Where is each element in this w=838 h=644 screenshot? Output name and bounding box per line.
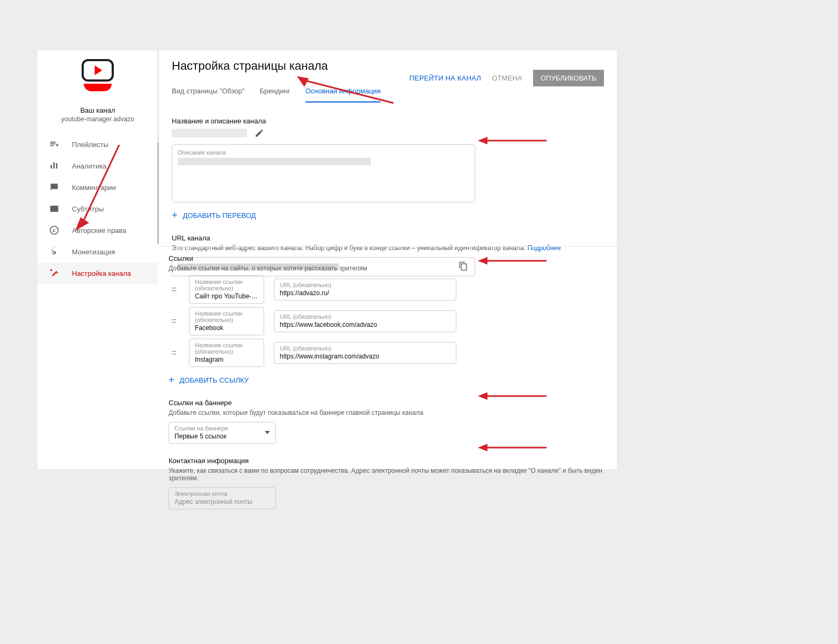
sidebar-nav: Плейлисты Аналитика Комментарии Субтитры… — [38, 134, 158, 284]
contact-section: Контактная информация Укажите, как связа… — [169, 457, 604, 509]
plus-icon: + — [169, 375, 174, 386]
tab-branding[interactable]: Брендинг — [260, 83, 290, 103]
view-channel-link[interactable]: ПЕРЕЙТИ НА КАНАЛ — [410, 74, 482, 82]
app-shell: Ваш канал youtube-manager advazo Плейлис… — [38, 50, 617, 469]
name-section: Название и описание канала Описание кана… — [172, 117, 604, 221]
channel-name-redacted — [172, 129, 247, 137]
channel-logo — [78, 59, 118, 99]
description-field[interactable]: Описание канала — [172, 144, 475, 202]
add-link-button[interactable]: + ДОБАВИТЬ ССЫЛКУ — [169, 375, 604, 386]
description-redacted — [178, 158, 371, 165]
links-area: Ссылки Добавьте ссылки на сайты, о котор… — [169, 254, 604, 509]
sidebar-item-analytics[interactable]: Аналитика — [38, 155, 158, 177]
link-row: = Название ссылки (обязательно)Facebook … — [169, 307, 604, 335]
link-url-input[interactable]: URL (обязательно)https://advazo.ru/ — [274, 279, 456, 301]
content-divider — [159, 246, 617, 247]
link-row: = Название ссылки (обязательно)Instagram… — [169, 339, 604, 367]
playlist-icon — [48, 138, 60, 150]
comments-icon — [48, 181, 60, 193]
learn-more-link[interactable]: Подробнее — [527, 244, 560, 252]
link-name-input[interactable]: Название ссылки (обязательно)Сайт про Yo… — [189, 275, 264, 304]
sidebar-item-playlists[interactable]: Плейлисты — [38, 134, 158, 155]
edit-icon[interactable] — [254, 128, 264, 138]
drag-handle-icon[interactable]: = — [169, 316, 179, 327]
tab-basic-info[interactable]: Основная информация — [305, 83, 381, 103]
copyright-icon — [48, 224, 60, 236]
dollar-icon — [48, 246, 60, 258]
channel-title: Ваш канал — [38, 106, 158, 114]
sidebar-item-copyright[interactable]: Авторские права — [38, 219, 158, 241]
sidebar-item-monetization[interactable]: Монетизация — [38, 241, 158, 262]
sidebar-item-comments[interactable]: Комментарии — [38, 177, 158, 198]
channel-subtitle: youtube-manager advazo — [38, 115, 158, 123]
drag-handle-icon[interactable]: = — [169, 284, 179, 295]
analytics-icon — [48, 160, 60, 172]
tab-overview[interactable]: Вид страницы "Обзор" — [172, 83, 245, 103]
banner-links-select[interactable]: Ссылки на баннере Первые 5 ссылок — [169, 422, 276, 444]
link-url-input[interactable]: URL (обязательно)https://www.instagram.c… — [274, 342, 456, 364]
link-name-input[interactable]: Название ссылки (обязательно)Instagram — [189, 339, 264, 367]
plus-icon: + — [172, 210, 178, 221]
cancel-button[interactable]: ОТМЕНА — [492, 74, 522, 82]
sidebar: Ваш канал youtube-manager advazo Плейлис… — [38, 50, 158, 244]
link-url-input[interactable]: URL (обязательно)https://www.facebook.co… — [274, 310, 456, 332]
link-name-input[interactable]: Название ссылки (обязательно)Facebook — [189, 307, 264, 335]
subtitles-icon — [48, 203, 60, 215]
publish-button[interactable]: ОПУБЛИКОВАТЬ — [533, 70, 604, 86]
banner-section: Ссылки на баннере Добавьте ссылки, котор… — [169, 399, 604, 444]
sidebar-item-subtitles[interactable]: Субтитры — [38, 198, 158, 219]
chevron-down-icon — [265, 431, 270, 434]
email-field[interactable]: Электронная почта Адрес электронной почт… — [169, 487, 276, 509]
sidebar-item-customize[interactable]: Настройка канала — [38, 262, 158, 284]
drag-handle-icon[interactable]: = — [169, 347, 179, 358]
wand-icon — [48, 267, 60, 279]
link-row: = Название ссылки (обязательно)Сайт про … — [169, 275, 604, 304]
add-translation-button[interactable]: + ДОБАВИТЬ ПЕРЕВОД — [172, 210, 604, 221]
